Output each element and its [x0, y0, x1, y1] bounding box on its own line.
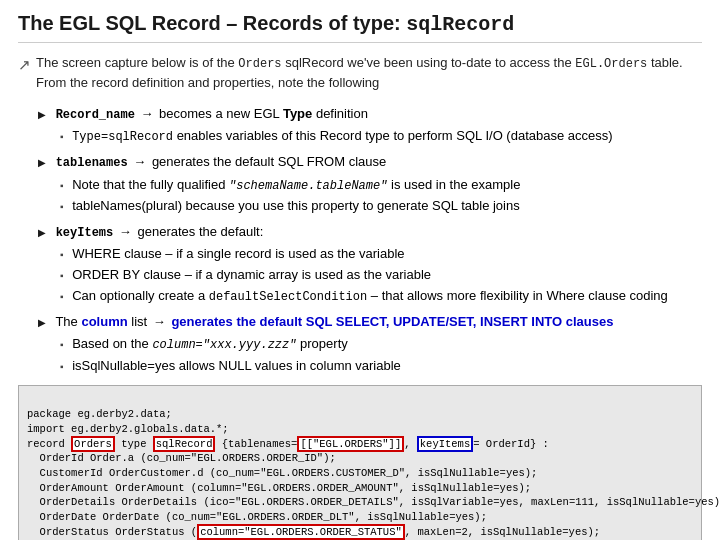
- main-bullet-list: Record_name → becomes a new EGL Type def…: [18, 105, 702, 376]
- record-name-code: Record_name: [56, 108, 135, 122]
- arrow-1: →: [140, 106, 153, 121]
- bullet3-subitems: WHERE clause – if a single record is use…: [38, 245, 702, 306]
- bullet4-sub1-text1: Based on the: [72, 336, 152, 351]
- egl-orders-code: EGL.Orders: [575, 57, 647, 71]
- bullet-column-list: The column list → generates the default …: [38, 313, 702, 375]
- bullet-tablenames: tablenames → generates the default SQL F…: [38, 153, 702, 216]
- page-title: The EGL SQL Record – Records of type: sq…: [18, 12, 702, 43]
- bullet-keyitems: keyItems → generates the default: WHERE …: [38, 223, 702, 306]
- intro-text-prefix: The screen capture below is of the: [36, 55, 238, 70]
- code-line4: OrderId Order.a (co_num="EGL.ORDERS.ORDE…: [27, 452, 336, 464]
- bullet1-sub1-text: enables variables of this Record type to…: [177, 128, 613, 143]
- bullet-record-name: Record_name → becomes a new EGL Type def…: [38, 105, 702, 147]
- intro-text-middle: sqlRecord we've been using to-date to ac…: [282, 55, 576, 70]
- bullet3-sub3-text1: Can optionally create a: [72, 288, 209, 303]
- bullet4-sub1: Based on the column="xxx.yyy.zzz" proper…: [60, 335, 702, 354]
- bullet2-sub1-text1: Note that the fully qualified: [72, 177, 229, 192]
- highlight-order-status: column="EGL.ORDERS.ORDER_STATUS": [197, 524, 405, 540]
- bullet3-sub2: ORDER BY clause – if a dynamic array is …: [60, 266, 702, 285]
- title-code: sqlRecord: [406, 13, 514, 36]
- code-line5: CustomerId OrderCustomer.d (co_num="EGL.…: [27, 467, 537, 479]
- code-line3: record Orders type sqlRecord {tablenames…: [27, 436, 549, 452]
- bullet4-prefix: The: [55, 314, 81, 329]
- bullet2-subitems: Note that the fully qualified "schemaNam…: [38, 176, 702, 216]
- highlight-sqlrecord: sqlRecord: [153, 436, 216, 452]
- bullet3-sub1-text: WHERE clause – if a single record is use…: [72, 246, 404, 261]
- bullet1-sub1: Type=sqlRecord enables variables of this…: [60, 127, 702, 146]
- highlight-orders: Orders: [71, 436, 115, 452]
- bullet3-sub2-text: ORDER BY clause – if a dynamic array is …: [72, 267, 431, 282]
- code-block: package eg.derby2.data; import eg.derby2…: [18, 385, 702, 540]
- bullet2-sub1-text2: is used in the example: [387, 177, 520, 192]
- bullet4-sub2-text: isSqlNullable=yes allows NULL values in …: [72, 358, 401, 373]
- tablenames-code: tablenames: [56, 156, 128, 170]
- column-text: column: [81, 314, 127, 329]
- code-line9: OrderStatus OrderStatus (column="EGL.ORD…: [27, 524, 600, 540]
- code-line8: OrderDate OrderDate (co_num="EGL.ORDERS.…: [27, 511, 487, 523]
- bullet3-sub3-text2: – that allows more flexibility in Where …: [367, 288, 668, 303]
- highlight-tablenames-val: [["EGL.ORDERS"]]: [297, 436, 404, 452]
- column-prop-code: column="xxx.yyy.zzz": [152, 338, 296, 352]
- default-select-code: defaultSelectCondition: [209, 290, 367, 304]
- keyitems-code: keyItems: [56, 226, 114, 240]
- intro-icon: ↗: [18, 54, 31, 77]
- arrow-2: →: [133, 154, 146, 169]
- intro-section: ↗ The screen capture below is of the Ord…: [18, 53, 702, 93]
- orders-code: Orders: [238, 57, 281, 71]
- type-sqlrecord-code: Type=sqlRecord: [72, 130, 173, 144]
- bullet3-sub1: WHERE clause – if a single record is use…: [60, 245, 702, 264]
- bullet4-subitems: Based on the column="xxx.yyy.zzz" proper…: [38, 335, 702, 375]
- bullet2-sub2-text: tableNames(plural) because you use this …: [72, 198, 520, 213]
- bullet2-sub2: tableNames(plural) because you use this …: [60, 197, 702, 216]
- code-line2: import eg.derby2.globals.data.*;: [27, 423, 229, 435]
- page: The EGL SQL Record – Records of type: sq…: [0, 0, 720, 540]
- arrow-3: →: [119, 224, 132, 239]
- bullet1-text: becomes a new EGL Type definition: [159, 106, 368, 121]
- code-line1: package eg.derby2.data;: [27, 408, 172, 420]
- schema-code: "schemaName.tableName": [229, 179, 387, 193]
- title-prefix: The EGL SQL Record – Records of type:: [18, 12, 406, 34]
- bullet3-text: generates the default:: [137, 224, 263, 239]
- bullet1-subitems: Type=sqlRecord enables variables of this…: [38, 127, 702, 146]
- arrow-4: →: [153, 314, 166, 329]
- bullet4-blue-text: generates the default SQL SELECT, UPDATE…: [168, 314, 614, 329]
- bullet4-sub1-text2: property: [296, 336, 347, 351]
- bullet3-sub3: Can optionally create a defaultSelectCon…: [60, 287, 702, 306]
- bullet2-text: generates the default SQL FROM clause: [152, 154, 386, 169]
- code-line7: OrderDetails OrderDetails (ico="EGL.ORDE…: [27, 496, 720, 508]
- highlight-keyitems-val: keyItems: [417, 436, 473, 452]
- intro-text: The screen capture below is of the Order…: [36, 53, 702, 93]
- bullet2-sub1: Note that the fully qualified "schemaNam…: [60, 176, 702, 195]
- code-line6: OrderAmount OrderAmount (column="EGL.ORD…: [27, 482, 531, 494]
- bullet4-list-text: list: [128, 314, 151, 329]
- bullet4-sub2: isSqlNullable=yes allows NULL values in …: [60, 357, 702, 376]
